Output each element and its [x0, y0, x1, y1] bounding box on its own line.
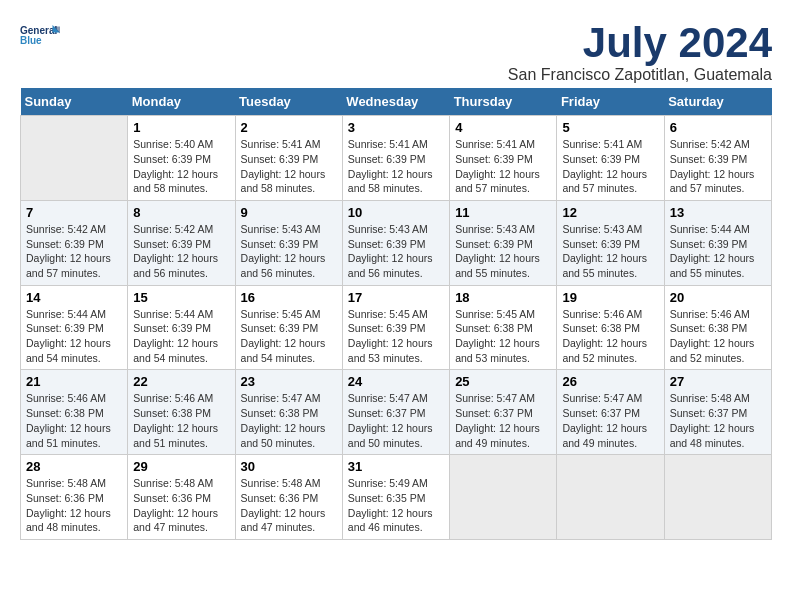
day-number: 24 — [348, 374, 444, 389]
day-number: 5 — [562, 120, 658, 135]
calendar-cell: 4Sunrise: 5:41 AMSunset: 6:39 PMDaylight… — [450, 116, 557, 201]
day-info: Sunrise: 5:46 AMSunset: 6:38 PMDaylight:… — [133, 391, 229, 450]
day-info: Sunrise: 5:46 AMSunset: 6:38 PMDaylight:… — [670, 307, 766, 366]
calendar-cell — [21, 116, 128, 201]
calendar-cell — [557, 455, 664, 540]
calendar-week-row: 21Sunrise: 5:46 AMSunset: 6:38 PMDayligh… — [21, 370, 772, 455]
calendar-cell: 13Sunrise: 5:44 AMSunset: 6:39 PMDayligh… — [664, 200, 771, 285]
day-number: 7 — [26, 205, 122, 220]
day-number: 11 — [455, 205, 551, 220]
day-number: 22 — [133, 374, 229, 389]
day-number: 19 — [562, 290, 658, 305]
day-number: 4 — [455, 120, 551, 135]
calendar-cell: 25Sunrise: 5:47 AMSunset: 6:37 PMDayligh… — [450, 370, 557, 455]
day-info: Sunrise: 5:44 AMSunset: 6:39 PMDaylight:… — [670, 222, 766, 281]
day-number: 28 — [26, 459, 122, 474]
day-info: Sunrise: 5:43 AMSunset: 6:39 PMDaylight:… — [455, 222, 551, 281]
day-number: 20 — [670, 290, 766, 305]
logo-icon: General Blue — [20, 20, 60, 50]
calendar-week-row: 1Sunrise: 5:40 AMSunset: 6:39 PMDaylight… — [21, 116, 772, 201]
calendar-cell: 17Sunrise: 5:45 AMSunset: 6:39 PMDayligh… — [342, 285, 449, 370]
calendar-week-row: 14Sunrise: 5:44 AMSunset: 6:39 PMDayligh… — [21, 285, 772, 370]
day-of-week-header: Saturday — [664, 88, 771, 116]
calendar-cell: 14Sunrise: 5:44 AMSunset: 6:39 PMDayligh… — [21, 285, 128, 370]
day-info: Sunrise: 5:44 AMSunset: 6:39 PMDaylight:… — [26, 307, 122, 366]
calendar-cell: 6Sunrise: 5:42 AMSunset: 6:39 PMDaylight… — [664, 116, 771, 201]
month-title: July 2024 — [508, 20, 772, 66]
day-info: Sunrise: 5:48 AMSunset: 6:37 PMDaylight:… — [670, 391, 766, 450]
day-of-week-header: Thursday — [450, 88, 557, 116]
title-block: July 2024 San Francisco Zapotitlan, Guat… — [508, 20, 772, 84]
location-subtitle: San Francisco Zapotitlan, Guatemala — [508, 66, 772, 84]
day-info: Sunrise: 5:45 AMSunset: 6:38 PMDaylight:… — [455, 307, 551, 366]
day-info: Sunrise: 5:43 AMSunset: 6:39 PMDaylight:… — [562, 222, 658, 281]
day-info: Sunrise: 5:46 AMSunset: 6:38 PMDaylight:… — [26, 391, 122, 450]
svg-text:General: General — [20, 25, 57, 36]
day-info: Sunrise: 5:48 AMSunset: 6:36 PMDaylight:… — [241, 476, 337, 535]
svg-text:Blue: Blue — [20, 35, 42, 46]
calendar-header-row: SundayMondayTuesdayWednesdayThursdayFrid… — [21, 88, 772, 116]
calendar-cell: 12Sunrise: 5:43 AMSunset: 6:39 PMDayligh… — [557, 200, 664, 285]
calendar-cell: 7Sunrise: 5:42 AMSunset: 6:39 PMDaylight… — [21, 200, 128, 285]
calendar-cell: 26Sunrise: 5:47 AMSunset: 6:37 PMDayligh… — [557, 370, 664, 455]
day-info: Sunrise: 5:49 AMSunset: 6:35 PMDaylight:… — [348, 476, 444, 535]
calendar-cell: 30Sunrise: 5:48 AMSunset: 6:36 PMDayligh… — [235, 455, 342, 540]
day-info: Sunrise: 5:47 AMSunset: 6:37 PMDaylight:… — [455, 391, 551, 450]
day-of-week-header: Sunday — [21, 88, 128, 116]
calendar-cell: 1Sunrise: 5:40 AMSunset: 6:39 PMDaylight… — [128, 116, 235, 201]
day-info: Sunrise: 5:42 AMSunset: 6:39 PMDaylight:… — [670, 137, 766, 196]
calendar-cell: 31Sunrise: 5:49 AMSunset: 6:35 PMDayligh… — [342, 455, 449, 540]
day-number: 29 — [133, 459, 229, 474]
day-number: 31 — [348, 459, 444, 474]
day-of-week-header: Wednesday — [342, 88, 449, 116]
calendar-cell: 9Sunrise: 5:43 AMSunset: 6:39 PMDaylight… — [235, 200, 342, 285]
day-of-week-header: Tuesday — [235, 88, 342, 116]
calendar-cell: 29Sunrise: 5:48 AMSunset: 6:36 PMDayligh… — [128, 455, 235, 540]
calendar-cell: 11Sunrise: 5:43 AMSunset: 6:39 PMDayligh… — [450, 200, 557, 285]
day-info: Sunrise: 5:47 AMSunset: 6:37 PMDaylight:… — [562, 391, 658, 450]
calendar-cell: 21Sunrise: 5:46 AMSunset: 6:38 PMDayligh… — [21, 370, 128, 455]
day-info: Sunrise: 5:48 AMSunset: 6:36 PMDaylight:… — [133, 476, 229, 535]
page-header: General Blue July 2024 San Francisco Zap… — [20, 20, 772, 84]
day-info: Sunrise: 5:42 AMSunset: 6:39 PMDaylight:… — [133, 222, 229, 281]
day-info: Sunrise: 5:45 AMSunset: 6:39 PMDaylight:… — [241, 307, 337, 366]
calendar-cell: 5Sunrise: 5:41 AMSunset: 6:39 PMDaylight… — [557, 116, 664, 201]
calendar-cell — [664, 455, 771, 540]
day-number: 16 — [241, 290, 337, 305]
calendar-cell: 10Sunrise: 5:43 AMSunset: 6:39 PMDayligh… — [342, 200, 449, 285]
calendar-cell: 20Sunrise: 5:46 AMSunset: 6:38 PMDayligh… — [664, 285, 771, 370]
day-of-week-header: Monday — [128, 88, 235, 116]
day-number: 26 — [562, 374, 658, 389]
day-number: 15 — [133, 290, 229, 305]
day-info: Sunrise: 5:43 AMSunset: 6:39 PMDaylight:… — [241, 222, 337, 281]
calendar-cell: 16Sunrise: 5:45 AMSunset: 6:39 PMDayligh… — [235, 285, 342, 370]
day-info: Sunrise: 5:48 AMSunset: 6:36 PMDaylight:… — [26, 476, 122, 535]
day-number: 23 — [241, 374, 337, 389]
calendar-table: SundayMondayTuesdayWednesdayThursdayFrid… — [20, 88, 772, 540]
calendar-cell: 19Sunrise: 5:46 AMSunset: 6:38 PMDayligh… — [557, 285, 664, 370]
day-number: 8 — [133, 205, 229, 220]
logo: General Blue — [20, 20, 60, 50]
day-number: 3 — [348, 120, 444, 135]
day-number: 2 — [241, 120, 337, 135]
day-number: 10 — [348, 205, 444, 220]
calendar-week-row: 28Sunrise: 5:48 AMSunset: 6:36 PMDayligh… — [21, 455, 772, 540]
day-info: Sunrise: 5:40 AMSunset: 6:39 PMDaylight:… — [133, 137, 229, 196]
day-info: Sunrise: 5:44 AMSunset: 6:39 PMDaylight:… — [133, 307, 229, 366]
calendar-cell — [450, 455, 557, 540]
day-number: 14 — [26, 290, 122, 305]
calendar-cell: 8Sunrise: 5:42 AMSunset: 6:39 PMDaylight… — [128, 200, 235, 285]
day-info: Sunrise: 5:45 AMSunset: 6:39 PMDaylight:… — [348, 307, 444, 366]
day-info: Sunrise: 5:41 AMSunset: 6:39 PMDaylight:… — [455, 137, 551, 196]
calendar-cell: 27Sunrise: 5:48 AMSunset: 6:37 PMDayligh… — [664, 370, 771, 455]
day-info: Sunrise: 5:41 AMSunset: 6:39 PMDaylight:… — [348, 137, 444, 196]
day-info: Sunrise: 5:41 AMSunset: 6:39 PMDaylight:… — [241, 137, 337, 196]
calendar-cell: 24Sunrise: 5:47 AMSunset: 6:37 PMDayligh… — [342, 370, 449, 455]
day-of-week-header: Friday — [557, 88, 664, 116]
day-info: Sunrise: 5:47 AMSunset: 6:38 PMDaylight:… — [241, 391, 337, 450]
calendar-cell: 15Sunrise: 5:44 AMSunset: 6:39 PMDayligh… — [128, 285, 235, 370]
day-number: 17 — [348, 290, 444, 305]
day-number: 21 — [26, 374, 122, 389]
calendar-week-row: 7Sunrise: 5:42 AMSunset: 6:39 PMDaylight… — [21, 200, 772, 285]
day-number: 18 — [455, 290, 551, 305]
